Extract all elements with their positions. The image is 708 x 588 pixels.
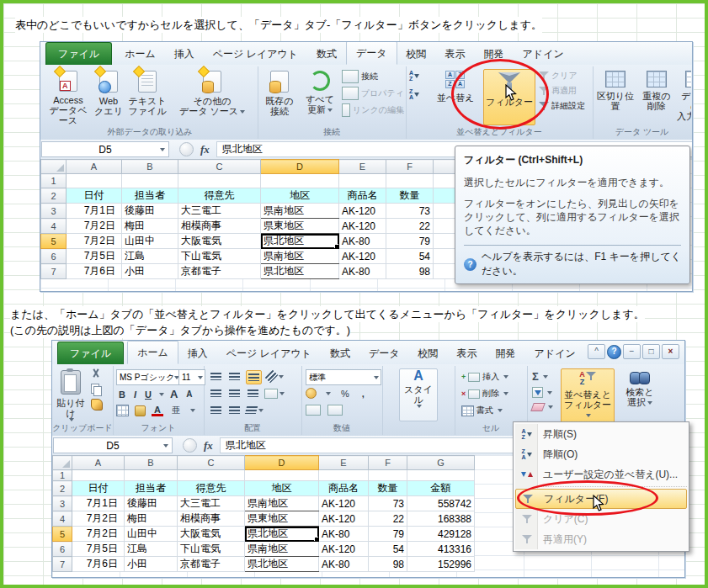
tab-formulas[interactable]: 数式: [321, 342, 359, 364]
cell[interactable]: 大阪電気: [178, 234, 261, 249]
close-window-icon[interactable]: ×: [662, 344, 679, 359]
clear-button[interactable]: [532, 403, 556, 411]
align-top-button[interactable]: [209, 370, 223, 383]
tab-view[interactable]: 表示: [436, 43, 475, 65]
wrap-text-button[interactable]: [246, 404, 264, 416]
header-cell[interactable]: 数量: [386, 188, 434, 204]
cell[interactable]: 413316: [407, 542, 475, 557]
tab-insert[interactable]: 挿入: [178, 342, 217, 364]
cell[interactable]: 7月2日: [72, 511, 125, 527]
comma-format-button[interactable]: ,: [359, 389, 367, 399]
tab-insert[interactable]: 挿入: [165, 43, 204, 65]
align-bottom-button[interactable]: [246, 370, 262, 384]
cell[interactable]: 7月5日: [72, 542, 125, 557]
cell[interactable]: 下山電気: [178, 249, 261, 264]
header-cell[interactable]: 担当者: [122, 188, 178, 204]
cell[interactable]: 7月1日: [67, 204, 122, 219]
fill-color-button[interactable]: [135, 405, 146, 416]
sort-ascending-icon[interactable]: AZ: [409, 70, 429, 82]
row-header[interactable]: 6: [41, 249, 67, 264]
access-database-button[interactable]: A Accessデータベース: [47, 69, 89, 125]
cell[interactable]: AK-80: [319, 527, 369, 542]
row-header[interactable]: 3: [53, 496, 72, 511]
cell[interactable]: 県東地区: [245, 511, 319, 527]
cell[interactable]: 県南地区: [261, 204, 339, 219]
tab-developer[interactable]: 開発: [487, 342, 525, 364]
header-cell[interactable]: 得意先: [178, 481, 245, 496]
tab-review[interactable]: 校閲: [409, 342, 448, 364]
row-header[interactable]: 7: [41, 264, 67, 279]
cell[interactable]: 7月2日: [72, 527, 125, 542]
column-header[interactable]: B: [122, 160, 178, 174]
column-header[interactable]: F: [369, 456, 407, 470]
cell[interactable]: 京都電子: [178, 264, 261, 279]
cell[interactable]: 79: [369, 527, 407, 542]
tab-file[interactable]: ファイル: [57, 342, 124, 364]
header-cell[interactable]: 金額: [407, 481, 475, 496]
tab-file[interactable]: ファイル: [45, 42, 112, 65]
cell[interactable]: AK-120: [339, 249, 386, 264]
cell[interactable]: 山田中: [122, 234, 178, 249]
row-header-selected[interactable]: 5: [41, 234, 67, 249]
merge-center-button[interactable]: [264, 387, 285, 400]
borders-button[interactable]: [116, 405, 129, 416]
align-center-button[interactable]: [227, 387, 242, 400]
tab-home[interactable]: ホーム: [115, 43, 165, 65]
column-header[interactable]: E: [319, 456, 369, 470]
header-cell[interactable]: 地区: [261, 188, 339, 204]
minimize-ribbon-icon[interactable]: ^: [588, 344, 605, 359]
data-validation-button[interactable]: データの入力規則: [677, 69, 691, 125]
tab-addins[interactable]: アドイン: [514, 43, 573, 65]
cell[interactable]: 相模商事: [178, 511, 245, 527]
cell[interactable]: AK-120: [319, 511, 369, 527]
cell[interactable]: 大阪電気: [178, 527, 245, 542]
cell[interactable]: AK-80: [339, 234, 386, 249]
fill-button[interactable]: [532, 387, 556, 398]
cell[interactable]: 県南地区: [245, 542, 319, 557]
cell[interactable]: 山田中: [125, 527, 178, 542]
styles-button[interactable]: A スタイル: [399, 368, 438, 421]
cell[interactable]: AK-120: [339, 219, 386, 234]
decrease-decimal-button[interactable]: [327, 405, 343, 416]
web-query-button[interactable]: Webクエリ: [91, 69, 126, 125]
tab-data[interactable]: データ: [359, 342, 409, 364]
cell[interactable]: 7月6日: [72, 557, 125, 572]
cell[interactable]: 22: [369, 511, 407, 527]
cell[interactable]: 江島: [122, 249, 178, 264]
menu-item-reapply[interactable]: 再適用(Y): [515, 529, 687, 549]
number-format-select[interactable]: 標準: [306, 369, 381, 385]
cell[interactable]: 429128: [407, 527, 475, 542]
name-box[interactable]: D5: [53, 437, 173, 453]
cell[interactable]: 54: [369, 542, 407, 557]
cell[interactable]: 79: [386, 234, 434, 249]
header-cell[interactable]: 商品名: [319, 481, 369, 496]
help-icon[interactable]: ?: [607, 345, 621, 359]
cell[interactable]: 7月5日: [67, 249, 122, 264]
currency-format-button[interactable]: [306, 388, 317, 399]
tab-page-layout[interactable]: ページ レイアウト: [217, 342, 321, 364]
remove-duplicates-button[interactable]: 重複の削除: [640, 69, 673, 125]
italic-button[interactable]: I: [131, 389, 139, 400]
cell[interactable]: AK-120: [339, 204, 386, 219]
increase-indent-button[interactable]: [227, 404, 242, 416]
cell[interactable]: 京都電子: [178, 557, 245, 572]
shrink-font-button[interactable]: A: [184, 389, 194, 399]
tab-addins[interactable]: アドイン: [525, 342, 585, 364]
fx-icon[interactable]: fx: [200, 143, 210, 156]
sort-descending-icon[interactable]: ZA: [409, 88, 429, 100]
tab-data[interactable]: データ: [346, 41, 397, 65]
cell[interactable]: AK-120: [319, 542, 369, 557]
increase-decimal-button[interactable]: [306, 405, 321, 416]
header-cell[interactable]: 担当者: [125, 481, 178, 496]
header-cell[interactable]: 得意先: [178, 188, 261, 204]
phonetic-button[interactable]: 亜: [169, 405, 183, 416]
row-header[interactable]: 4: [41, 219, 67, 234]
cell[interactable]: 小田: [122, 264, 178, 279]
minimize-window-icon[interactable]: −: [623, 344, 641, 359]
font-name-select[interactable]: MS Pゴシック: [116, 369, 182, 385]
cell[interactable]: 江島: [125, 542, 178, 557]
cell[interactable]: 22: [386, 219, 434, 234]
cell[interactable]: 7月2日: [67, 219, 122, 234]
select-all-corner[interactable]: [53, 456, 72, 470]
cell[interactable]: AK-120: [319, 496, 369, 511]
